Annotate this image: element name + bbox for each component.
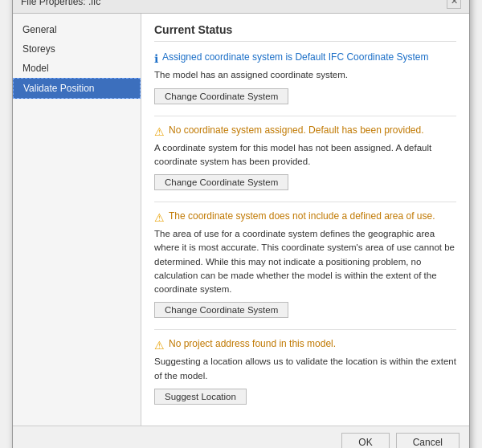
status-title-1: Assigned coordinate system is Default IF… [162, 51, 428, 63]
status-description-1: The model has an assigned coordinate sys… [154, 68, 456, 82]
info-icon-1: ℹ [154, 52, 158, 65]
divider-3 [154, 329, 456, 330]
status-description-4: Suggesting a location allows us to valid… [154, 355, 456, 383]
main-content: Current Status ℹ Assigned coordinate sys… [141, 14, 469, 426]
warn-icon-3: ⚠ [154, 211, 165, 224]
file-properties-dialog: File Properties: .ifc ✕ General Storeys … [12, 0, 470, 448]
status-header-2: ⚠ No coordinate system assigned. Default… [154, 124, 456, 138]
status-title-3: The coordinate system does not include a… [169, 210, 435, 222]
status-header-4: ⚠ No project address found in this model… [154, 338, 456, 352]
sidebar-item-model[interactable]: Model [13, 59, 141, 78]
sidebar-item-storeys[interactable]: Storeys [13, 39, 141, 59]
dialog-footer: OK Cancel [13, 426, 469, 448]
dialog-body: General Storeys Model Validate Position … [13, 14, 469, 426]
status-header-3: ⚠ The coordinate system does not include… [154, 210, 456, 224]
cancel-button[interactable]: Cancel [396, 433, 460, 448]
status-block-4: ⚠ No project address found in this model… [154, 338, 456, 405]
status-description-2: A coordinate system for this model has n… [154, 141, 456, 169]
sidebar-item-validate-position[interactable]: Validate Position [13, 78, 141, 99]
close-button[interactable]: ✕ [447, 0, 461, 9]
status-block-1: ℹ Assigned coordinate system is Default … [154, 51, 456, 104]
change-coord-button-1[interactable]: Change Coordinate System [154, 88, 288, 104]
title-bar: File Properties: .ifc ✕ [13, 0, 469, 14]
ok-button[interactable]: OK [341, 433, 389, 448]
status-title-4: No project address found in this model. [169, 338, 336, 349]
divider-1 [154, 116, 456, 116]
suggest-location-button[interactable]: Suggest Location [154, 389, 247, 405]
status-description-3: The area of use for a coordinate system … [154, 227, 456, 296]
change-coord-button-2[interactable]: Change Coordinate System [154, 174, 288, 190]
status-title-2: No coordinate system assigned. Default h… [169, 124, 424, 136]
change-coord-button-3[interactable]: Change Coordinate System [154, 302, 288, 318]
sidebar: General Storeys Model Validate Position [13, 14, 141, 426]
warn-icon-2: ⚠ [154, 125, 165, 138]
dialog-title: File Properties: .ifc [21, 0, 100, 7]
status-block-3: ⚠ The coordinate system does not include… [154, 210, 456, 318]
status-block-2: ⚠ No coordinate system assigned. Default… [154, 124, 456, 191]
warn-icon-4: ⚠ [154, 339, 165, 352]
close-icon: ✕ [451, 0, 458, 6]
divider-2 [154, 202, 456, 202]
sidebar-item-general[interactable]: General [13, 20, 141, 39]
section-title: Current Status [154, 23, 456, 42]
status-header-1: ℹ Assigned coordinate system is Default … [154, 51, 456, 65]
